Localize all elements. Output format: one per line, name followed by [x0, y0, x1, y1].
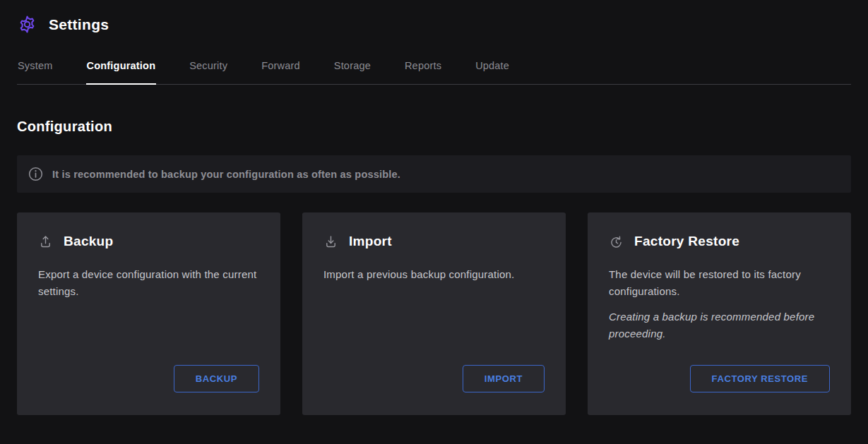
backup-card: Backup Export a device configuration wit… [17, 212, 280, 415]
page-title: Configuration [17, 119, 851, 135]
info-banner: It is recommended to backup your configu… [17, 155, 851, 193]
app-header: Settings [0, 0, 868, 47]
tab-security[interactable]: Security [189, 57, 228, 84]
factory-restore-card-title: Factory Restore [634, 234, 739, 249]
import-button[interactable]: IMPORT [463, 365, 545, 392]
backup-card-description: Export a device configuration with the c… [38, 266, 259, 300]
settings-tabbar: System Configuration Security Forward St… [17, 57, 851, 85]
import-card-description: Import a previous backup configuration. [323, 266, 545, 283]
import-card: Import Import a previous backup configur… [302, 212, 566, 415]
factory-restore-card-description: The device will be restored to its facto… [609, 266, 830, 300]
tab-reports[interactable]: Reports [404, 57, 442, 84]
app-title: Settings [49, 16, 109, 33]
factory-restore-card: Factory Restore The device will be resto… [588, 212, 851, 415]
factory-restore-button[interactable]: FACTORY RESTORE [690, 365, 830, 392]
info-banner-text: It is recommended to backup your configu… [52, 169, 400, 180]
tab-storage[interactable]: Storage [333, 57, 371, 84]
settings-gear-icon [17, 14, 37, 35]
info-circle-icon [28, 167, 43, 181]
configuration-cards: Backup Export a device configuration wit… [17, 212, 851, 415]
factory-restore-icon [609, 234, 624, 249]
backup-card-title: Backup [64, 234, 113, 249]
factory-restore-card-note: Creating a backup is recommended before … [609, 308, 830, 342]
backup-upload-icon [38, 234, 53, 249]
tab-system[interactable]: System [17, 57, 54, 84]
tab-forward[interactable]: Forward [261, 57, 301, 84]
tab-update[interactable]: Update [475, 57, 510, 84]
backup-button[interactable]: BACKUP [174, 365, 259, 392]
tab-configuration[interactable]: Configuration [86, 57, 157, 85]
import-card-title: Import [349, 234, 392, 249]
import-download-icon [323, 234, 338, 249]
